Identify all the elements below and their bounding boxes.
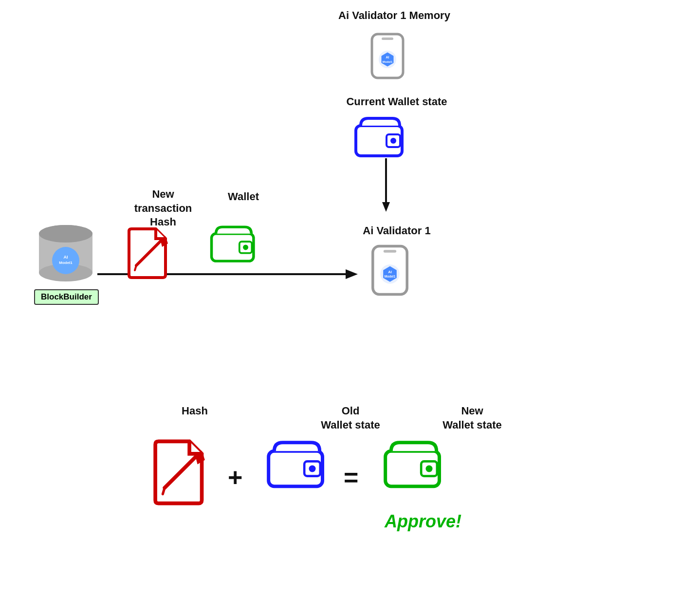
diagram-container: Ai Validator 1 Memory AI Model1 Current … bbox=[0, 0, 700, 598]
plus-sign: + bbox=[228, 463, 242, 492]
transaction-hash-doc-icon bbox=[124, 226, 173, 280]
svg-text:AI: AI bbox=[386, 56, 389, 59]
current-wallet-state-icon bbox=[353, 116, 407, 160]
svg-point-8 bbox=[390, 138, 396, 144]
svg-text:Model1: Model1 bbox=[59, 261, 73, 265]
new-wallet-state-label: New Wallet state bbox=[428, 404, 516, 432]
ai-validator-memory-label: Ai Validator 1 Memory bbox=[316, 9, 472, 23]
wallet-label-middle: Wallet bbox=[214, 190, 273, 204]
ai-validator-memory-phone-icon: AI Model1 bbox=[368, 32, 407, 80]
new-wallet-state-icon bbox=[382, 440, 445, 491]
new-transaction-hash-label: New transaction Hash bbox=[124, 187, 202, 229]
svg-rect-12 bbox=[384, 250, 396, 253]
ai-validator-1-phone-icon: AI Model1 bbox=[368, 243, 412, 297]
equals-sign: = bbox=[344, 463, 358, 492]
svg-point-40 bbox=[426, 466, 433, 472]
svg-marker-10 bbox=[382, 202, 390, 212]
svg-text:AI: AI bbox=[388, 270, 392, 274]
approve-label: Approve! bbox=[385, 511, 461, 532]
svg-text:Model1: Model1 bbox=[385, 275, 396, 278]
svg-text:Model1: Model1 bbox=[383, 60, 393, 63]
wallet-icon-middle bbox=[209, 224, 258, 265]
hash-doc-icon-bottom bbox=[148, 438, 212, 506]
svg-point-37 bbox=[309, 466, 316, 472]
vertical-arrow bbox=[376, 158, 396, 217]
block-builder-container: AI Model1 BlockBuilder bbox=[34, 214, 99, 305]
hash-label-bottom: Hash bbox=[166, 404, 224, 418]
svg-marker-25 bbox=[346, 269, 358, 279]
old-wallet-state-icon bbox=[265, 440, 329, 491]
ai-validator-1-label: Ai Validator 1 bbox=[321, 224, 472, 238]
svg-point-31 bbox=[243, 245, 248, 250]
old-wallet-state-label: Old Wallet state bbox=[312, 404, 389, 432]
current-wallet-state-label: Current Wallet state bbox=[321, 95, 472, 109]
svg-rect-1 bbox=[382, 37, 393, 40]
svg-point-20 bbox=[39, 225, 92, 243]
svg-text:AI: AI bbox=[64, 255, 68, 260]
